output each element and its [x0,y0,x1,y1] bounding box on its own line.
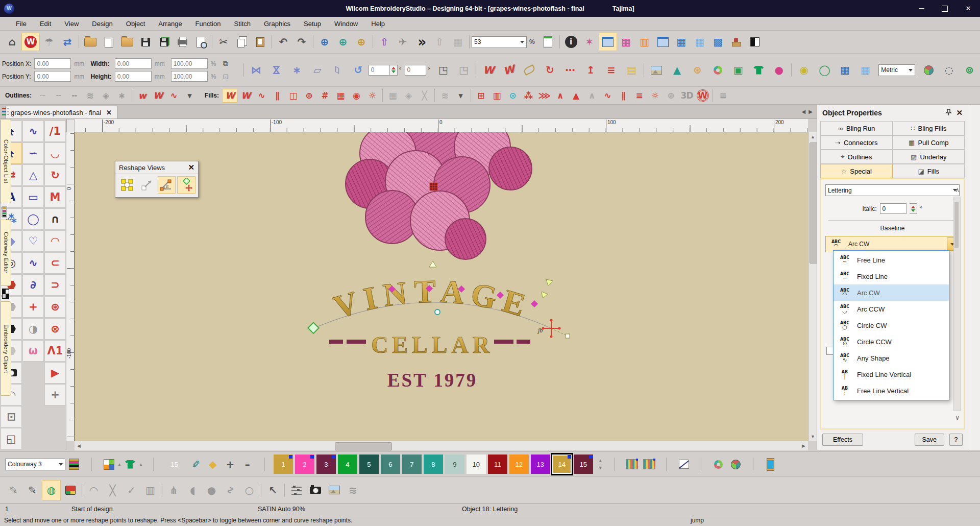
fill-satin-icon[interactable]: W [222,89,238,103]
baseline-option-circle-ccw[interactable]: ABC⊙ Circle CCW [834,333,949,350]
donut-art-icon[interactable] [707,58,728,82]
copy-icon[interactable] [233,33,251,51]
three-d-effect-icon[interactable]: 3D [679,89,695,103]
swatch-5[interactable]: 5 [359,455,379,474]
menu-file[interactable]: File [9,20,33,28]
panel-scrollbar[interactable] [953,197,961,411]
baseline-option-free-line[interactable]: ABC┄ Free Line [834,252,949,268]
columns-icon[interactable]: ▥ [635,33,654,51]
mirror-x-icon[interactable]: ⋈ [246,58,266,82]
colourway-combo[interactable]: Colourway 3 [5,459,65,470]
fill-lines-icon[interactable]: ≡ [631,89,647,103]
overview-window-icon[interactable]: ✶ [580,33,599,51]
color-wheel-icon[interactable] [727,455,745,474]
remove-color-icon[interactable]: – [239,455,256,474]
fill-spike-icon[interactable]: ∧ [552,89,568,103]
flower-art-icon[interactable]: ⊛ [687,58,707,82]
outline-dash2-icon[interactable]: ╌ [51,89,66,103]
rectangle-tool[interactable]: ▭ [22,186,44,208]
curve-band-tool[interactable]: ◠ [44,230,66,252]
stitch-apple-icon[interactable]: ◖ [183,480,202,500]
baseline-option-arc-cw[interactable]: ABC◠ Arc CW [834,284,949,301]
lasso-icon[interactable]: ◌ [939,58,959,82]
notes-icon[interactable] [539,33,557,51]
image-prep-icon[interactable] [325,480,344,500]
undo-icon[interactable]: ↶ [274,33,292,51]
star-pencil-icon[interactable]: ✎ [23,480,42,500]
photoflash-icon[interactable] [306,480,325,500]
cursor-add-tool[interactable]: + [44,384,66,405]
wreath-icon[interactable]: ∗ [287,58,307,82]
show-anchor-points-button[interactable] [177,176,195,194]
contrast-view-icon[interactable] [746,33,764,51]
switch-mode-icon[interactable]: ⇄ [58,33,77,51]
scale-x-field[interactable]: 100.00 [171,58,208,69]
fill-gear-icon[interactable]: ☼ [364,89,380,103]
fill-column-icon[interactable]: ∥ [270,89,285,103]
menu-arrange[interactable]: Arrange [152,20,188,28]
polygon-node-tool[interactable]: △ [22,164,44,186]
close-button[interactable]: ✕ [957,0,980,17]
apply-color-icon[interactable]: ◆ [204,455,222,474]
stripe-triangle-tool[interactable]: ▶ [44,362,66,384]
tab-scroll-left-icon[interactable]: ◀ [802,109,806,114]
tshirt-product-icon[interactable] [748,58,769,82]
fill-stipple-icon[interactable]: ⊙ [505,89,521,103]
minimize-button[interactable] [910,0,933,17]
show-angle-alpha-button[interactable]: α [158,176,176,194]
height-field[interactable]: 0.00 [115,71,152,82]
fur-effect-tool[interactable]: ω [22,340,44,362]
motif-run-icon[interactable]: ≡ [601,58,621,82]
panel-scroll-thumb[interactable] [954,202,959,248]
closed-curve-tool[interactable]: ∽ [22,142,44,164]
outline-zigzag-gray-icon[interactable]: ≋ [82,89,98,103]
tab-fills[interactable]: ◪Fills [893,164,965,178]
info-icon[interactable]: i [562,33,580,51]
fill-more-icon[interactable]: ▾ [453,89,469,103]
swatch-11[interactable]: 11 [488,455,507,474]
wilcom-w-icon[interactable]: W [21,33,40,51]
scroll-left-icon[interactable]: ◀ [75,442,83,450]
swatch-2[interactable]: 2 [295,455,314,474]
menu-object[interactable]: Object [119,20,152,28]
save-button[interactable]: Save [915,434,945,446]
swatch-7[interactable]: 7 [402,455,422,474]
auto-fabric-icon[interactable]: ◉ [794,58,814,82]
fill-grid-icon[interactable]: ▦ [333,89,349,103]
design-text-cellar[interactable]: CELLAR [371,332,494,358]
bitmap-icon[interactable] [646,58,667,82]
tab-colorway-editor[interactable]: Colorway Editor [1,220,11,286]
crown-add-tool[interactable]: + [22,296,44,318]
swatch-13[interactable]: 13 [531,455,550,474]
satin-sample2-icon[interactable]: W [499,58,519,82]
document-tab[interactable]: grapes-wines-photoflash - final ✕ [5,106,117,118]
show-reshape-nodes-button[interactable] [118,176,136,194]
open-design-icon[interactable] [118,33,136,51]
outline-sculpt-gray-icon[interactable]: ∗ [114,89,130,103]
lock-aspect-icon[interactable]: ⧉ [223,59,238,68]
fill-spiral-icon[interactable]: ◉ [349,89,364,103]
menu-help[interactable]: Help [364,20,391,28]
lightning-pencil-icon[interactable]: ✎ [4,480,23,500]
print-icon[interactable] [173,33,191,51]
palette-scroll-stepper[interactable]: ▲▼ [598,458,603,470]
home-icon[interactable]: ⌂ [3,33,21,51]
artistic-view-icon[interactable]: ⊕ [334,33,352,51]
keep-shape-icon[interactable]: ✓ [122,480,141,500]
menu-function[interactable]: Function [189,20,228,28]
ruler-origin-button[interactable] [66,119,75,132]
fill-dots-gray-icon[interactable]: ▦ [385,89,401,103]
open-recent-icon[interactable] [81,33,100,51]
baseline-option-arc-ccw[interactable]: ABC◡ Arc CCW [834,301,949,317]
menu-graphics[interactable]: Graphics [257,20,297,28]
tab-color-object-list[interactable]: Color-Object List [1,119,11,203]
save-design-icon[interactable] [136,33,155,51]
apple-outline-icon[interactable]: ○ [240,480,259,500]
design-text-vintage[interactable]: VINTAGE [330,273,535,326]
fill-sunburst-icon[interactable]: ☼ [647,89,663,103]
scale-y-field[interactable]: 100.00 [171,71,208,82]
paste-icon[interactable] [251,33,270,51]
curve-line-icon[interactable]: ∿ [221,480,240,500]
skew-v-icon[interactable]: ▱ [328,58,348,82]
swatch-15[interactable]: 15 [574,455,593,474]
